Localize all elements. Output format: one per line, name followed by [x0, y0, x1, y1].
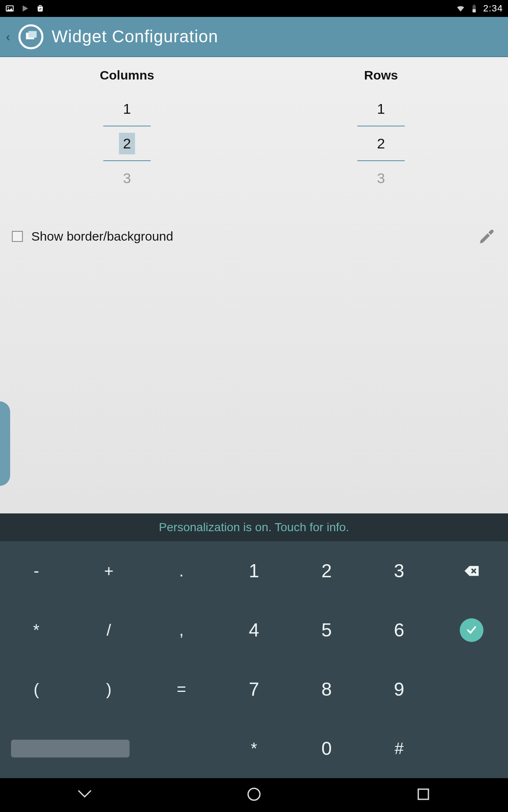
columns-current-value[interactable]: 2: [119, 133, 135, 154]
rows-current-value[interactable]: 2: [373, 133, 389, 154]
picture-icon: [5, 4, 14, 13]
svg-rect-3: [473, 9, 476, 12]
picker-divider: [103, 160, 151, 161]
rows-label: Rows: [364, 68, 398, 82]
system-nav-bar: [0, 778, 508, 812]
key-equals[interactable]: =: [145, 660, 218, 719]
side-drawer-handle[interactable]: [0, 401, 10, 486]
key-backspace[interactable]: [436, 541, 508, 601]
key-hash[interactable]: #: [363, 719, 435, 778]
key-5[interactable]: 5: [290, 601, 363, 660]
svg-rect-9: [418, 789, 428, 799]
key-4[interactable]: 4: [218, 601, 290, 660]
show-border-row[interactable]: Show border/background: [0, 224, 508, 249]
key-period[interactable]: .: [145, 541, 218, 601]
svg-point-8: [248, 788, 260, 800]
nav-recent-button[interactable]: [413, 784, 433, 806]
check-icon: [460, 618, 483, 642]
nav-home-button[interactable]: [244, 784, 264, 806]
key-0[interactable]: 0: [290, 719, 363, 778]
key-asterisk[interactable]: *: [0, 601, 72, 660]
columns-picker[interactable]: Columns 1 2 3: [0, 68, 254, 190]
battery-icon: [469, 4, 479, 13]
columns-next-value[interactable]: 3: [123, 166, 131, 190]
key-blank-r4: [436, 719, 508, 778]
wifi-icon: [456, 4, 465, 13]
picker-divider: [103, 126, 151, 126]
app-bar: ‹ Widget Configuration: [0, 17, 508, 57]
key-asterisk-2[interactable]: *: [218, 719, 290, 778]
page-title: Widget Configuration: [52, 27, 218, 46]
svg-rect-4: [473, 5, 475, 5]
status-bar: 2:34: [0, 0, 508, 17]
back-chevron-icon[interactable]: ‹: [6, 30, 10, 44]
svg-rect-7: [28, 31, 36, 38]
key-blank-r3: [436, 660, 508, 719]
key-paren-close[interactable]: ): [72, 660, 145, 719]
keyboard-info-bar[interactable]: Personalization is on. Touch for info.: [0, 513, 508, 541]
picker-divider: [357, 126, 405, 126]
rows-prev-value[interactable]: 1: [377, 97, 385, 121]
key-1[interactable]: 1: [218, 541, 290, 601]
rows-picker[interactable]: Rows 1 2 3: [254, 68, 508, 190]
rows-next-value[interactable]: 3: [377, 166, 385, 190]
key-plus[interactable]: +: [72, 541, 145, 601]
svg-point-1: [8, 7, 9, 8]
play-icon: [20, 4, 30, 13]
nav-back-button[interactable]: [75, 784, 95, 806]
key-enter[interactable]: [436, 601, 508, 660]
status-clock: 2:34: [483, 3, 503, 14]
key-2[interactable]: 2: [290, 541, 363, 601]
key-9[interactable]: 9: [363, 660, 435, 719]
key-8[interactable]: 8: [290, 660, 363, 719]
picker-divider: [357, 160, 405, 161]
shopping-icon: [36, 4, 45, 13]
show-border-label: Show border/background: [31, 229, 173, 244]
key-comma[interactable]: ,: [145, 601, 218, 660]
content-area: Columns 1 2 3 Rows 1 2 3 Show border/bac…: [0, 57, 508, 513]
color-picker-button[interactable]: [478, 227, 496, 246]
key-paren-open[interactable]: (: [0, 660, 72, 719]
key-7[interactable]: 7: [218, 660, 290, 719]
columns-label: Columns: [100, 68, 154, 82]
key-space[interactable]: [11, 740, 130, 757]
show-border-checkbox[interactable]: [12, 231, 23, 242]
columns-prev-value[interactable]: 1: [123, 97, 131, 121]
app-logo-icon: [18, 24, 44, 50]
key-3[interactable]: 3: [363, 541, 435, 601]
soft-keyboard: Personalization is on. Touch for info. -…: [0, 513, 508, 778]
key-minus[interactable]: -: [0, 541, 72, 601]
key-6[interactable]: 6: [363, 601, 435, 660]
key-slash[interactable]: /: [72, 601, 145, 660]
